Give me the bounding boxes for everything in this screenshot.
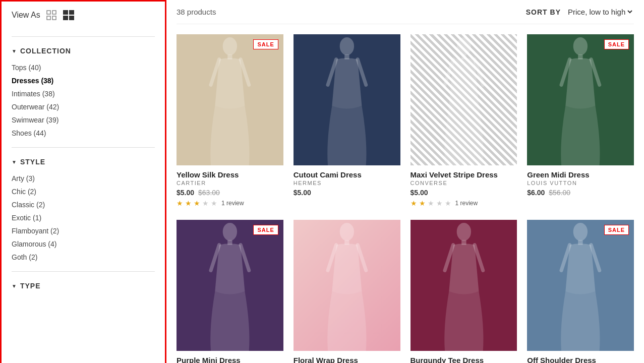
price-row: $5.00 $63.00 — [177, 189, 283, 197]
style-filter-item[interactable]: Arty (3) — [12, 172, 155, 185]
svg-point-22 — [573, 223, 588, 240]
product-info: Floral Wrap Dress CHANEL $8.00 — [294, 351, 400, 363]
type-header[interactable]: ▼ TYPE — [12, 282, 155, 290]
product-name: Purple Mini Dress — [177, 356, 283, 363]
type-arrow: ▼ — [12, 283, 17, 289]
price-current: $5.00 — [294, 189, 311, 197]
product-image-wrapper: SALE — [527, 34, 634, 165]
svg-point-16 — [223, 223, 237, 240]
product-brand: CONVERSE — [411, 180, 517, 186]
product-name: Cutout Cami Dress — [294, 170, 400, 179]
svg-rect-3 — [52, 16, 56, 20]
product-card[interactable]: SALE Purple Mini Dress DIOR $7.00 — [177, 220, 283, 363]
price-original: $63.00 — [198, 189, 220, 197]
svg-rect-1 — [52, 11, 56, 14]
product-placeholder — [411, 34, 517, 165]
collection-arrow: ▼ — [12, 48, 17, 54]
star: ★ — [185, 199, 192, 207]
style-header[interactable]: ▼ STYLE — [12, 158, 155, 166]
product-name: Off Shoulder Dress — [527, 356, 634, 363]
style-filter-item[interactable]: Classic (2) — [12, 198, 155, 211]
collection-filter-item[interactable]: Tops (40) — [12, 61, 155, 74]
star: ★ — [211, 199, 217, 207]
product-name: Green Midi Dress — [527, 170, 634, 179]
main-content: 38 products SORT BY Price, low to high P… — [166, 0, 644, 363]
collection-filter-item[interactable]: Shoes (44) — [12, 127, 155, 140]
product-name: Floral Wrap Dress — [294, 356, 400, 363]
product-info: Burgundy Tee Dress GUCCI $9.00 — [411, 351, 517, 363]
style-section: ▼ STYLE Arty (3)Chic (2)Classic (2)Exoti… — [12, 158, 155, 264]
style-filter-item[interactable]: Exotic (1) — [12, 211, 155, 224]
review-count: 1 review — [455, 200, 478, 207]
collection-filter-item[interactable]: Dresses (38) — [12, 74, 155, 87]
svg-point-14 — [573, 37, 588, 55]
product-placeholder — [411, 220, 517, 351]
product-card[interactable]: SALE Green Midi Dress LOUIS VUTTON $6.00… — [527, 34, 634, 210]
grid-view-icon[interactable] — [45, 9, 57, 21]
product-image-wrapper — [294, 220, 400, 351]
review-count: 1 review — [221, 200, 244, 207]
product-info: Off Shoulder Dress PRADA $10.00 — [527, 351, 634, 363]
collection-filter-item[interactable]: Swimwear (39) — [12, 113, 155, 127]
list-view-icon[interactable] — [63, 9, 75, 21]
sort-by-row: SORT BY Price, low to high Price, high t… — [526, 7, 634, 17]
collection-filter-item[interactable]: Intimates (38) — [12, 87, 155, 100]
view-as-label: View As — [12, 11, 40, 20]
sidebar-divider-middle — [12, 147, 155, 148]
star-rating: ★★★★★1 review — [411, 199, 517, 207]
product-card[interactable]: Burgundy Tee Dress GUCCI $9.00 — [411, 220, 517, 363]
product-name: Yellow Silk Dress — [177, 170, 283, 179]
star: ★ — [436, 199, 443, 207]
star: ★ — [419, 199, 426, 207]
product-card[interactable]: SALE Off Shoulder Dress PRADA $10.00 — [527, 220, 634, 363]
product-image-wrapper — [411, 220, 517, 351]
svg-rect-0 — [47, 11, 50, 14]
collection-filter-item[interactable]: Outerwear (42) — [12, 100, 155, 113]
product-placeholder — [177, 34, 283, 165]
star: ★ — [445, 199, 451, 207]
collection-label: COLLECTION — [20, 47, 71, 55]
svg-rect-6 — [63, 16, 68, 20]
product-count: 38 products — [177, 8, 216, 16]
price-current: $5.00 — [411, 189, 428, 197]
product-image-wrapper — [294, 34, 400, 165]
star: ★ — [411, 199, 417, 207]
sidebar-divider-bottom — [12, 271, 155, 272]
sale-badge: SALE — [604, 225, 629, 235]
price-current: $6.00 — [527, 189, 545, 197]
svg-point-8 — [223, 37, 237, 55]
price-row: $6.00 $56.00 — [527, 189, 634, 197]
product-placeholder — [177, 220, 283, 351]
sort-select[interactable]: Price, low to high Price, high to low Ne… — [566, 7, 634, 17]
style-label: STYLE — [20, 158, 45, 166]
price-row: $5.00 — [294, 189, 400, 197]
collection-section: ▼ COLLECTION Tops (40)Dresses (38)Intima… — [12, 47, 155, 140]
product-card[interactable]: Cutout Cami Dress HERMES $5.00 — [294, 34, 400, 210]
product-card[interactable]: Floral Wrap Dress CHANEL $8.00 — [294, 220, 400, 363]
sale-badge: SALE — [253, 39, 278, 49]
type-label: TYPE — [20, 282, 41, 290]
product-placeholder — [294, 34, 400, 165]
product-brand: CARTIER — [177, 180, 283, 186]
collection-header[interactable]: ▼ COLLECTION — [12, 47, 155, 55]
collection-filter-list: Tops (40)Dresses (38)Intimates (38)Outer… — [12, 61, 155, 140]
product-image-wrapper — [411, 34, 517, 165]
product-name: Maxi Velvet Stripe Dress — [411, 170, 517, 179]
style-filter-item[interactable]: Goth (2) — [12, 251, 155, 264]
price-original: $56.00 — [549, 189, 570, 197]
star: ★ — [202, 199, 209, 207]
style-filter-item[interactable]: Glamorous (4) — [12, 237, 155, 251]
style-filter-item[interactable]: Flamboyant (2) — [12, 224, 155, 237]
star: ★ — [428, 199, 434, 207]
product-name: Burgundy Tee Dress — [411, 356, 517, 363]
svg-rect-5 — [69, 10, 74, 15]
product-image-wrapper: SALE — [527, 220, 634, 351]
product-brand: LOUIS VUTTON — [527, 180, 634, 186]
product-info: Yellow Silk Dress CARTIER $5.00 $63.00 ★… — [177, 165, 283, 210]
price-row: $5.00 — [411, 189, 517, 197]
style-filter-item[interactable]: Chic (2) — [12, 185, 155, 198]
svg-rect-2 — [47, 16, 50, 20]
product-card[interactable]: SALE Yellow Silk Dress CARTIER $5.00 $63… — [177, 34, 283, 210]
sidebar: View As ▼ — [0, 0, 166, 363]
product-card[interactable]: Maxi Velvet Stripe Dress CONVERSE $5.00 … — [411, 34, 517, 210]
